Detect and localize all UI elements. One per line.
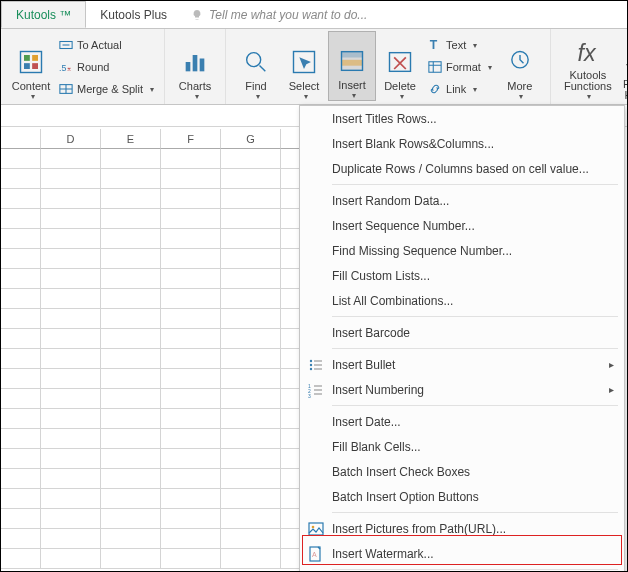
menu-insert-date[interactable]: Insert Date... — [300, 409, 624, 434]
svg-text:3: 3 — [308, 393, 311, 398]
menu-insert-titles-rows[interactable]: Insert Titles Rows... — [300, 106, 624, 131]
number-list-icon: 123 — [306, 382, 326, 398]
to-actual-button[interactable]: To Actual — [55, 35, 158, 55]
link-icon — [428, 82, 442, 96]
charts-button[interactable]: Charts — [171, 31, 219, 101]
col-header[interactable]: E — [101, 129, 161, 149]
select-icon — [290, 46, 318, 78]
more-icon — [506, 46, 534, 78]
svg-rect-2 — [32, 55, 38, 61]
link-label: Link — [446, 83, 466, 95]
mi-label: Insert Barcode — [332, 326, 410, 340]
to-actual-label: To Actual — [77, 39, 122, 51]
svg-point-23 — [310, 363, 312, 365]
functions-label: Kutools Functions — [557, 70, 619, 92]
svg-text:.5: .5 — [59, 63, 66, 73]
mi-label: Duplicate Rows / Columns based on cell v… — [332, 162, 589, 176]
select-button[interactable]: Select — [280, 31, 328, 101]
mi-label: Insert Random Data... — [332, 194, 449, 208]
svg-point-24 — [310, 367, 312, 369]
formula-helper-button[interactable]: {0} Form Help — [619, 31, 628, 101]
col-header[interactable]: F — [161, 129, 221, 149]
watermark-icon: A — [306, 546, 326, 562]
delete-icon — [386, 46, 414, 78]
link-button[interactable]: Link — [424, 79, 496, 99]
menu-list-all-combinations[interactable]: List All Combinations... — [300, 288, 624, 313]
menu-separator — [332, 184, 618, 185]
svg-text:A: A — [312, 551, 317, 558]
mi-label: Insert Blank Rows&Columns... — [332, 137, 494, 151]
format-button[interactable]: Format — [424, 57, 496, 77]
svg-rect-10 — [200, 59, 205, 72]
to-actual-icon — [59, 38, 73, 52]
menu-separator — [332, 348, 618, 349]
content-icon — [17, 46, 45, 78]
menu-fill-custom-lists[interactable]: Fill Custom Lists... — [300, 263, 624, 288]
insert-button[interactable]: Insert — [328, 31, 376, 101]
insert-dropdown-menu: Insert Titles Rows... Insert Blank Rows&… — [299, 105, 625, 572]
round-button[interactable]: .5 Round — [55, 57, 158, 77]
tell-me-search[interactable]: Tell me what you want to do... — [181, 1, 377, 28]
menu-insert-blank-rows-cols[interactable]: Insert Blank Rows&Columns... — [300, 131, 624, 156]
mi-label: Find Missing Sequence Number... — [332, 244, 512, 258]
tell-me-label: Tell me what you want to do... — [209, 8, 367, 22]
find-icon — [242, 46, 270, 78]
menu-insert-pictures-from-path[interactable]: Insert Pictures from Path(URL)... — [300, 516, 624, 541]
tab-bar: Kutools ™ Kutools Plus Tell me what you … — [1, 1, 627, 29]
menu-insert-random-data[interactable]: Insert Random Data... — [300, 188, 624, 213]
submenu-arrow-icon: ▸ — [609, 359, 614, 370]
svg-rect-14 — [342, 60, 363, 66]
bullet-list-icon — [306, 357, 326, 373]
svg-rect-9 — [193, 55, 198, 71]
svg-rect-28 — [309, 523, 323, 535]
find-button[interactable]: Find — [232, 31, 280, 101]
svg-rect-0 — [21, 52, 42, 73]
menu-duplicate-rows-cols[interactable]: Duplicate Rows / Columns based on cell v… — [300, 156, 624, 181]
mi-label: Insert Pictures from Path(URL)... — [332, 522, 506, 536]
menu-insert-watermark[interactable]: A Insert Watermark... — [300, 541, 624, 566]
tab-kutools-plus-label: Kutools Plus — [100, 8, 167, 22]
functions-button[interactable]: fx Kutools Functions — [557, 31, 619, 101]
mi-label: Fill Custom Lists... — [332, 269, 430, 283]
menu-insert-sequence-number[interactable]: Insert Sequence Number... — [300, 213, 624, 238]
col-header[interactable] — [1, 129, 41, 149]
svg-text:T: T — [430, 38, 438, 52]
charts-label: Charts — [179, 80, 211, 92]
tab-kutools-label: Kutools ™ — [16, 8, 71, 22]
tab-kutools[interactable]: Kutools ™ — [1, 1, 86, 28]
mi-label: Insert Watermark... — [332, 547, 434, 561]
menu-find-missing-sequence[interactable]: Find Missing Sequence Number... — [300, 238, 624, 263]
submenu-arrow-icon: ▸ — [609, 384, 614, 395]
menu-insert-bullet[interactable]: Insert Bullet▸ — [300, 352, 624, 377]
merge-split-label: Merge & Split — [77, 83, 143, 95]
menu-batch-insert-checkboxes[interactable]: Batch Insert Check Boxes — [300, 459, 624, 484]
content-button[interactable]: Content — [7, 31, 55, 101]
menu-insert-barcode[interactable]: Insert Barcode — [300, 320, 624, 345]
menu-separator — [332, 316, 618, 317]
delete-label: Delete — [384, 80, 416, 92]
select-label: Select — [289, 80, 320, 92]
menu-batch-insert-option-buttons[interactable]: Batch Insert Option Buttons — [300, 484, 624, 509]
svg-rect-13 — [342, 52, 363, 58]
insert-icon — [338, 45, 366, 77]
more-button[interactable]: More — [496, 31, 544, 101]
col-header[interactable]: D — [41, 129, 101, 149]
text-button[interactable]: T Text — [424, 35, 496, 55]
delete-button[interactable]: Delete — [376, 31, 424, 101]
mi-label: Insert Numbering — [332, 383, 424, 397]
picture-icon — [306, 521, 326, 537]
svg-text:fx: fx — [577, 40, 596, 66]
formula-helper-label: Form Help — [623, 79, 628, 101]
mi-label: Insert Titles Rows... — [332, 112, 437, 126]
svg-point-29 — [312, 525, 315, 528]
menu-fill-blank-cells[interactable]: Fill Blank Cells... — [300, 434, 624, 459]
functions-icon: fx — [574, 36, 602, 68]
merge-split-button[interactable]: Merge & Split — [55, 79, 158, 99]
svg-point-11 — [247, 53, 261, 67]
format-label: Format — [446, 61, 481, 73]
tab-kutools-plus[interactable]: Kutools Plus — [86, 1, 181, 28]
mi-label: List All Combinations... — [332, 294, 453, 308]
col-header[interactable]: G — [221, 129, 281, 149]
menu-separator — [332, 569, 618, 570]
menu-insert-numbering[interactable]: 123 Insert Numbering▸ — [300, 377, 624, 402]
